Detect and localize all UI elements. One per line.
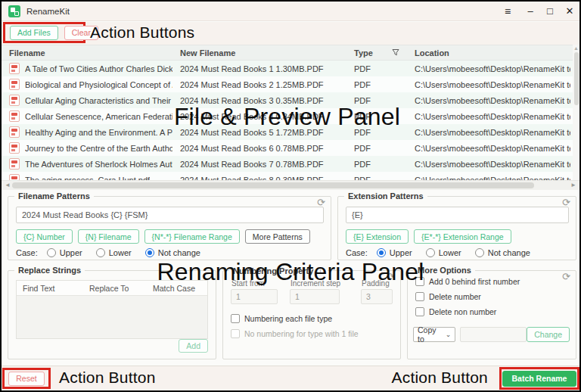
- scroll-left-icon[interactable]: ◄: [5, 182, 11, 188]
- checkbox-numbering-each-file-type[interactable]: Numbering each file type: [231, 314, 359, 323]
- radio-icon: [47, 248, 56, 257]
- annotation-box-action-buttons: Add Files Clear: [3, 22, 85, 43]
- radio-lower[interactable]: Lower: [96, 248, 132, 257]
- column-header-replace-to: Replace To: [83, 284, 147, 293]
- annotation-action-button-left: Action Button: [59, 369, 156, 387]
- copy-to-select[interactable]: Copy to ⌄: [413, 327, 455, 342]
- table-row[interactable]: Biological and Physiological Concept of …: [2, 76, 579, 92]
- clear-button[interactable]: Clear: [64, 26, 98, 40]
- annotation-box-reset: Reset: [2, 368, 51, 389]
- horizontal-scrollbar-thumb[interactable]: [12, 182, 534, 188]
- reset-more-options-icon[interactable]: ⟳: [562, 272, 570, 282]
- column-header-type[interactable]: Type: [346, 48, 407, 58]
- type-cell: PDF: [346, 96, 407, 105]
- pdf-icon: [9, 142, 20, 154]
- more-patterns-button[interactable]: More Patterns: [245, 229, 310, 244]
- pattern-number-button[interactable]: {C} Number: [16, 229, 73, 244]
- case-label: Case:: [346, 248, 368, 257]
- copy-to-input[interactable]: [460, 327, 527, 342]
- numbering-property-panel: Numbering Property ⓘ ⟳ Start from Increm…: [222, 270, 401, 359]
- filename-case-radios: UpperLowerNot change: [47, 248, 200, 257]
- radio-icon: [475, 248, 484, 257]
- window-controls: ≡ – □ ✕: [498, 2, 579, 21]
- scroll-up-icon[interactable]: ▲: [573, 45, 579, 51]
- checkbox-icon: [231, 329, 240, 338]
- pattern-extension-range-button[interactable]: {E*-*} Extension Range: [414, 229, 511, 244]
- filename-patterns-title: Filename Patterns: [14, 191, 94, 201]
- new-filename-cell: 2024 Must Read Books 4 0.84MB.PDF: [172, 112, 346, 121]
- increment-step-input[interactable]: [290, 289, 340, 304]
- filter-icon[interactable]: [392, 48, 399, 58]
- radio-not-change[interactable]: Not change: [145, 248, 200, 257]
- file-table-header: Filename New Filename Type Location: [2, 45, 579, 61]
- checkbox-delete-number[interactable]: Delete number: [415, 292, 520, 301]
- change-button[interactable]: Change: [527, 327, 570, 342]
- table-row[interactable]: The aging process, Cara Hunt.pdf2024 Mus…: [2, 172, 579, 180]
- replace-strings-table-header: Find Text Replace To Match Case: [17, 281, 207, 296]
- more-options-checkboxes: Add 0 behind first numberDelete numberDe…: [415, 277, 520, 316]
- filename-cell: Biological and Physiological Concept of …: [2, 79, 172, 90]
- pattern-filename-button[interactable]: {N} Filename: [78, 229, 139, 244]
- file-table-body: A Tale of Two Cities Author Charles Dick…: [2, 61, 579, 180]
- start-from-input[interactable]: [231, 289, 278, 304]
- vertical-scrollbar[interactable]: ▲: [573, 45, 579, 180]
- menu-icon[interactable]: ≡: [498, 2, 517, 21]
- maximize-icon[interactable]: □: [540, 2, 560, 21]
- table-row[interactable]: Healthy Aging and the Environment. A Poc…: [2, 124, 579, 140]
- type-cell: PDF: [346, 64, 407, 73]
- table-row[interactable]: Journey to the Centre of the Earth Autho…: [2, 140, 579, 156]
- filename-cell: Journey to the Centre of the Earth Autho…: [2, 142, 172, 154]
- numbering-property-title: Numbering Property ⓘ: [229, 266, 328, 276]
- radio-lower[interactable]: Lower: [426, 248, 461, 257]
- add-replace-rule-button[interactable]: Add: [179, 339, 208, 353]
- column-header-type-label: Type: [354, 48, 373, 58]
- info-icon[interactable]: ⓘ: [316, 266, 324, 276]
- location-cell: C:\Users\mobeesoft\Desktop\RenameKit tes…: [407, 64, 579, 73]
- filename-cell: Cellular Senescence, American Federation…: [2, 110, 172, 122]
- column-header-find-text: Find Text: [17, 284, 83, 293]
- filename-pattern-input[interactable]: [16, 207, 324, 223]
- horizontal-scrollbar[interactable]: ◄ ►: [2, 180, 579, 190]
- app-window: RenameKit ≡ – □ ✕ Add Files Clear Action…: [0, 0, 581, 392]
- type-cell: PDF: [346, 144, 407, 153]
- more-options-title: More Options: [414, 266, 475, 275]
- column-header-location[interactable]: Location: [407, 48, 579, 58]
- close-icon[interactable]: ✕: [560, 2, 579, 21]
- type-cell: PDF: [346, 80, 407, 89]
- radio-upper[interactable]: Upper: [377, 248, 412, 257]
- footer-bar: Reset Action Button Action Button Batch …: [2, 366, 579, 390]
- checkbox-no-numbering-for-type-with-1[interactable]: No numbering for type with 1 file: [231, 329, 359, 338]
- pattern-filename-range-button[interactable]: {N*-*} Filename Range: [144, 229, 240, 244]
- radio-not-change[interactable]: Not change: [475, 248, 530, 257]
- filename-cell: The aging process, Cara Hunt.pdf: [2, 174, 172, 180]
- batch-rename-button[interactable]: Batch Rename: [502, 371, 577, 387]
- checkbox-delete-non-number[interactable]: Delete non number: [415, 307, 520, 316]
- location-cell: C:\Users\mobeesoft\Desktop\RenameKit tes…: [407, 112, 579, 121]
- pdf-icon: [9, 63, 20, 74]
- filename-cell: The Adventures of Sherlock Holmes Author…: [2, 158, 172, 170]
- table-row[interactable]: A Tale of Two Cities Author Charles Dick…: [2, 61, 579, 76]
- checkbox-add-0-behind-first-number[interactable]: Add 0 behind first number: [415, 277, 520, 286]
- extension-patterns-title: Extension Patterns: [344, 191, 427, 201]
- vertical-scrollbar-thumb[interactable]: [574, 52, 579, 105]
- table-row[interactable]: Cellular Aging Characteristics and Their…: [2, 92, 579, 108]
- reset-button[interactable]: Reset: [8, 372, 44, 386]
- pdf-icon: [9, 95, 20, 106]
- pdf-icon: [9, 110, 20, 122]
- column-header-filename[interactable]: Filename: [2, 48, 172, 58]
- extension-pattern-buttons: {E} Extension {E*-*} Extension Range: [346, 229, 511, 244]
- extension-pattern-input[interactable]: [346, 207, 569, 223]
- column-header-new-filename[interactable]: New Filename: [172, 48, 346, 58]
- radio-upper[interactable]: Upper: [47, 248, 82, 257]
- scroll-right-icon[interactable]: ►: [570, 182, 576, 188]
- pdf-icon: [9, 158, 20, 170]
- minimize-icon[interactable]: –: [520, 2, 540, 21]
- table-row[interactable]: The Adventures of Sherlock Holmes Author…: [2, 156, 579, 172]
- add-files-button[interactable]: Add Files: [10, 26, 58, 40]
- location-cell: C:\Users\mobeesoft\Desktop\RenameKit tes…: [407, 160, 579, 169]
- padding-input[interactable]: [361, 289, 393, 304]
- table-row[interactable]: Cellular Senescence, American Federation…: [2, 108, 579, 124]
- filename-cell: A Tale of Two Cities Author Charles Dick…: [2, 63, 172, 74]
- pattern-extension-button[interactable]: {E} Extension: [346, 229, 409, 244]
- radio-icon: [377, 248, 386, 257]
